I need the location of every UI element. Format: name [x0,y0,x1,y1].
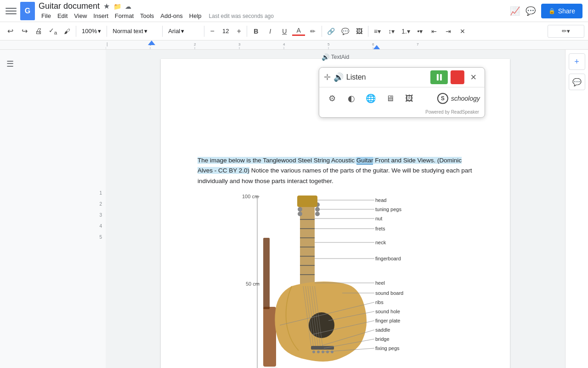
font-size-value[interactable]: 12 [219,28,232,34]
listen-label[interactable]: Listen [346,73,428,81]
add-comment-button[interactable]: + [569,53,585,70]
guitar-diagram-container: 100 cm 50 cm 0 50 cm 100 cm [198,192,473,368]
svg-text:nut: nut [375,216,382,221]
underline-button[interactable]: U [278,25,291,38]
contrast-icon[interactable]: ◐ [343,90,360,107]
highlighted-word: Guitar [356,157,373,165]
close-button[interactable]: × [467,71,480,84]
screen-reader-icon[interactable]: 🖥 [382,90,398,107]
doc-title[interactable]: Guitar document [39,1,100,11]
svg-text:2: 2 [194,42,196,46]
star-icon[interactable]: ★ [103,2,110,11]
align-button[interactable]: ≡▾ [371,25,384,38]
svg-rect-49 [311,346,334,350]
undo-button[interactable]: ↩ [4,25,17,38]
toolbar-divider-7 [368,26,368,37]
svg-text:100 cm: 100 cm [242,194,259,199]
svg-text:50 cm: 50 cm [246,281,260,287]
line-spacing-button[interactable]: ↕▾ [385,25,398,38]
svg-text:sound hole: sound hole [375,309,400,314]
readspeaker-widget: ✛ 🔊 Listen × ⚙ ◐ 🌐 🖥 🖼 [319,67,485,118]
menu-help[interactable]: Help [187,12,204,20]
svg-point-56 [312,351,315,353]
zoom-select[interactable]: 100%▾ [79,26,104,36]
menu-view[interactable]: View [71,12,90,20]
speaker-icon: 🔊 [322,53,329,61]
italic-button[interactable]: I [264,25,277,38]
toolbar-divider-3 [162,26,163,37]
spell-check-button[interactable]: ✓a [46,25,59,38]
svg-text:|: | [107,42,107,46]
text-color-button[interactable]: A [292,25,305,38]
font-size-decrease[interactable]: − [207,25,218,38]
font-select[interactable]: Arial▾ [165,26,202,36]
menu-format[interactable]: Format [112,12,136,20]
print-button[interactable]: 🖨 [32,25,45,38]
toolbar: ↩ ↪ 🖨 ✓a 🖌 100%▾ Normal text▾ Arial▾ − 1… [0,22,588,40]
lock-icon: 🔒 [548,8,555,14]
schoology-link[interactable]: S schoology [437,93,480,104]
document-page: ✛ 🔊 Listen × ⚙ ◐ 🌐 🖥 🖼 [161,59,510,368]
svg-text:fixing pegs: fixing pegs [375,345,400,351]
menu-edit[interactable]: Edit [55,12,70,20]
svg-text:finger plate: finger plate [375,318,400,323]
decrease-indent-button[interactable]: ⇤ [428,25,441,38]
svg-rect-30 [263,307,276,367]
svg-point-60 [331,351,334,353]
share-button[interactable]: 🔒 Share [541,4,582,18]
hamburger-menu[interactable] [6,6,17,17]
font-size-increase[interactable]: + [233,25,244,38]
svg-text:neck: neck [375,240,386,245]
toolbar-divider-6 [322,26,322,37]
settings-icon[interactable]: ⚙ [324,90,340,107]
svg-point-59 [326,351,329,353]
pause-button[interactable] [430,70,448,84]
inline-comment-button[interactable]: 💬 [569,74,585,90]
comment-inline-button[interactable]: 💬 [339,25,351,38]
bold-button[interactable]: B [249,25,262,38]
svg-rect-47 [297,196,317,207]
style-select[interactable]: Normal text▾ [109,26,160,36]
last-edit-label: Last edit was seconds ago [209,13,274,19]
schoology-label: schoology [451,95,480,102]
toolbar-divider-4 [204,26,204,37]
highlight-button[interactable]: ✏ [306,25,319,38]
paint-format-button[interactable]: 🖌 [61,25,74,38]
increase-indent-button[interactable]: ⇥ [442,25,455,38]
clear-format-button[interactable]: ✕ [456,25,469,38]
numbered-list-button[interactable]: 1.▾ [399,25,412,38]
image-reader-icon[interactable]: 🖼 [401,90,418,107]
toolbar-divider-5 [247,26,247,37]
activity-icon[interactable]: 📈 [510,6,520,16]
svg-text:fingerboard: fingerboard [375,256,401,261]
menu-addons[interactable]: Add-ons [158,12,185,20]
svg-text:4: 4 [283,42,285,46]
link-button[interactable]: 🔗 [324,25,337,38]
menu-insert[interactable]: Insert [90,12,111,20]
menu-file[interactable]: File [39,12,54,20]
widget-move-icon[interactable]: ✛ [324,72,331,82]
page-layout-icon[interactable]: ☰ [6,59,14,69]
folder-icon[interactable]: 📁 [113,3,121,10]
doc-text-content: The image below is the Tanglewood Steel … [198,155,473,186]
widget-speaker-icon: 🔊 [334,72,344,82]
bulleted-list-button[interactable]: •▾ [413,25,426,38]
guitar-diagram-svg: 100 cm 50 cm 0 50 cm 100 cm [232,192,439,368]
svg-text:ribs: ribs [375,299,384,305]
svg-text:frets: frets [375,226,385,231]
svg-text:bridge: bridge [375,336,390,342]
edit-mode-button[interactable]: ✏▾ [548,25,584,38]
document-area: 🔊 TextAid ✛ 🔊 Listen × [106,50,565,368]
textaid-bar: 🔊 TextAid [322,53,349,61]
stop-button[interactable] [451,70,464,84]
chat-icon[interactable]: 💬 [526,6,536,16]
svg-point-57 [317,351,320,353]
redo-button[interactable]: ↪ [18,25,31,38]
menu-tools[interactable]: Tools [137,12,157,20]
image-button[interactable]: 🖼 [353,25,366,38]
svg-text:tuning pegs: tuning pegs [375,207,401,212]
svg-point-46 [298,212,302,216]
right-sidebar: + 💬 [565,50,588,368]
translate-icon[interactable]: 🌐 [362,90,379,107]
svg-text:3: 3 [238,42,241,46]
